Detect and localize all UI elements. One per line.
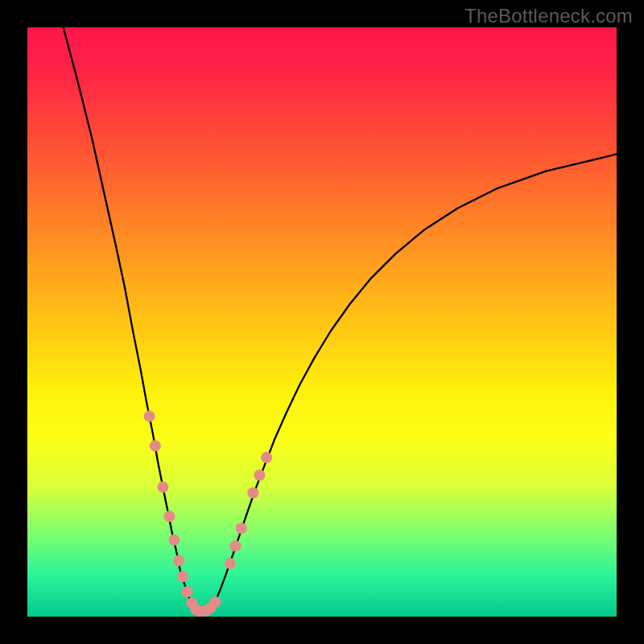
chart-gradient-bg xyxy=(27,27,617,617)
marker-markers-left xyxy=(210,597,221,608)
chart-svg xyxy=(27,27,617,617)
marker-markers-left xyxy=(144,411,155,422)
marker-markers-left xyxy=(173,555,184,566)
marker-markers-right xyxy=(254,469,265,481)
watermark-label: TheBottleneck.com xyxy=(464,5,633,27)
plot-container xyxy=(27,27,617,617)
marker-markers-right xyxy=(236,522,247,534)
marker-markers-left xyxy=(181,586,192,597)
marker-markers-right xyxy=(229,540,241,551)
chart-stage: TheBottleneck.com xyxy=(0,0,644,644)
marker-markers-left xyxy=(168,535,180,546)
marker-markers-right xyxy=(225,558,236,569)
marker-markers-left xyxy=(163,511,175,522)
marker-markers-left xyxy=(157,481,168,493)
marker-markers-left xyxy=(177,571,188,582)
marker-markers-left xyxy=(150,440,161,452)
marker-markers-right xyxy=(247,487,258,498)
marker-markers-right xyxy=(261,452,272,463)
